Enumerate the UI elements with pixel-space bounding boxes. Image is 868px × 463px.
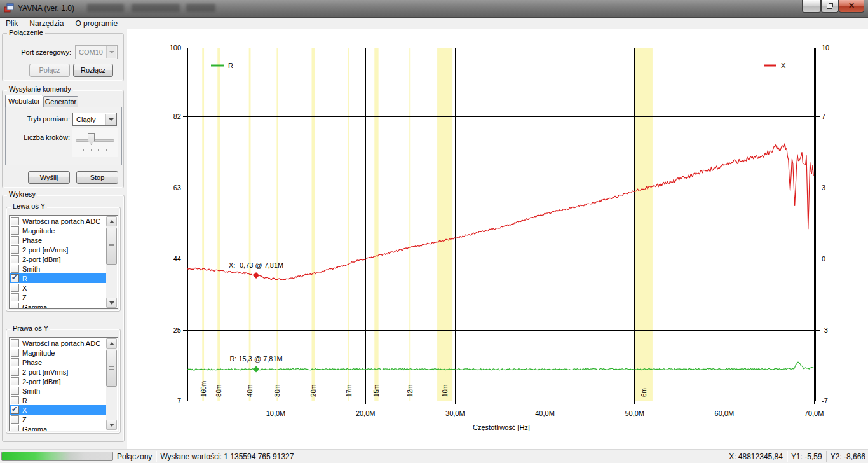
serial-port-label: Port szeregowy:	[6, 48, 71, 56]
list-item-label: Wartości na portach ADC	[22, 218, 100, 225]
statusbar-divider	[826, 451, 827, 462]
list-item-warto-ci-na-portach-adc[interactable]: Wartości na portach ADC	[10, 216, 106, 226]
checkbox-icon[interactable]	[11, 265, 19, 273]
status-bar: Połączony Wysłane wartości: 1 135594 765…	[0, 449, 868, 463]
left-tick-label: 63	[173, 184, 181, 191]
menu-narzedzia[interactable]: Narzędzia	[24, 18, 69, 29]
chevron-down-icon	[105, 114, 116, 125]
send-button[interactable]: Wyślij	[28, 171, 70, 184]
checkbox-icon[interactable]	[11, 217, 19, 225]
list-item-2-port-mvrms-[interactable]: 2-port [mVrms]	[10, 245, 106, 254]
scroll-down-icon[interactable]	[106, 298, 117, 308]
x-tick-label: 70,0M	[804, 410, 824, 417]
list-item-z[interactable]: Z	[10, 415, 106, 424]
checkbox-icon[interactable]	[11, 387, 19, 395]
connect-button[interactable]: Połącz	[29, 64, 70, 77]
frequency-chart: 160m80m40m30m20m17m15m12m10m6m1001082763…	[127, 29, 868, 449]
measure-mode-select[interactable]: Ciągły	[72, 113, 117, 126]
right-tick-label: 10	[822, 44, 829, 52]
scroll-up-icon[interactable]	[106, 338, 117, 349]
list-item-phase[interactable]: Phase	[10, 235, 106, 245]
restore-button[interactable]	[821, 0, 839, 13]
list-item-smith[interactable]: Smith	[10, 386, 106, 396]
list-item-2-port-dbm-[interactable]: 2-port [dBm]	[10, 377, 106, 386]
slider-groove	[76, 139, 114, 142]
checkbox-icon[interactable]	[11, 349, 19, 357]
list-item-label: R	[22, 397, 27, 404]
sent-values: Wysłane wartości: 1 135594 765 91327	[160, 452, 294, 461]
list-item-magnitude[interactable]: Magnitude	[10, 226, 106, 235]
checkbox-icon[interactable]	[11, 226, 19, 235]
left-listbox-scrollbar[interactable]	[106, 216, 117, 308]
checkbox-icon[interactable]	[11, 236, 19, 244]
list-item-smith[interactable]: Smith	[10, 264, 106, 273]
minimize-button[interactable]: —	[802, 0, 821, 13]
checkbox-checked-icon[interactable]	[11, 406, 19, 414]
title-bar: YAVNA (ver. 1.0) — ✕	[0, 0, 868, 18]
list-item-label: Gamma	[22, 425, 47, 432]
left-tick-label: 7	[177, 397, 181, 404]
cursor-x-value: X: 48812345,84	[729, 452, 783, 461]
list-item-warto-ci-na-portach-adc[interactable]: Wartości na portach ADC	[10, 338, 106, 348]
list-item-magnitude[interactable]: Magnitude	[10, 348, 106, 357]
scroll-up-icon[interactable]	[106, 216, 117, 226]
tab-generator[interactable]: Generator	[43, 96, 78, 107]
stop-button[interactable]: Stop	[76, 171, 118, 184]
checkbox-icon[interactable]	[11, 255, 19, 263]
checkbox-icon[interactable]	[11, 339, 19, 347]
disconnect-button[interactable]: Rozłącz	[73, 64, 113, 77]
progress-bar-fill	[2, 452, 112, 460]
scroll-down-icon[interactable]	[106, 420, 117, 430]
scrollbar-thumb[interactable]	[106, 350, 117, 387]
list-item-label: Wartości na portach ADC	[22, 340, 100, 347]
x-tick-label: 20,0M	[356, 410, 376, 417]
plot-area[interactable]	[187, 48, 815, 401]
cursor-y1-value: Y1: -5,59	[791, 452, 822, 461]
checkbox-icon[interactable]	[11, 368, 19, 376]
checkbox-icon[interactable]	[11, 425, 19, 431]
list-item-r[interactable]: R	[10, 273, 106, 283]
menu-o-programie[interactable]: O programie	[69, 18, 123, 29]
charts-group-label: Wykresy	[7, 190, 37, 198]
connection-status: Połączony	[117, 452, 152, 461]
list-item-z[interactable]: Z	[10, 293, 106, 302]
checkbox-icon[interactable]	[11, 245, 19, 254]
checkbox-checked-icon[interactable]	[11, 274, 19, 282]
checkbox-icon[interactable]	[11, 358, 19, 366]
list-item-label: Magnitude	[22, 227, 55, 235]
slider-thumb[interactable]	[88, 133, 95, 145]
close-button[interactable]: ✕	[839, 0, 864, 13]
chevron-down-icon	[106, 46, 116, 58]
list-item-label: Phase	[22, 237, 42, 244]
list-item-x[interactable]: X	[10, 283, 106, 293]
scrollbar-thumb[interactable]	[106, 228, 117, 265]
list-item-phase[interactable]: Phase	[10, 357, 106, 367]
x-axis-title: Częstotliwość [Hz]	[473, 424, 530, 431]
checkbox-icon[interactable]	[11, 293, 19, 301]
left-tick-label: 25	[173, 326, 181, 334]
left-tick-label: 44	[173, 255, 181, 263]
list-item-2-port-mvrms-[interactable]: 2-port [mVrms]	[10, 367, 106, 377]
list-item-2-port-dbm-[interactable]: 2-port [dBm]	[10, 254, 106, 264]
menu-plik[interactable]: Plik	[0, 18, 24, 29]
progress-bar	[1, 452, 113, 461]
steps-slider[interactable]	[72, 128, 118, 157]
checkbox-icon[interactable]	[11, 303, 19, 309]
tab-wobulator[interactable]: Wobulator	[5, 95, 43, 107]
checkbox-icon[interactable]	[11, 396, 19, 404]
list-item-r[interactable]: R	[10, 396, 106, 405]
checkbox-icon[interactable]	[11, 284, 19, 292]
checkbox-icon[interactable]	[11, 377, 19, 385]
checkbox-icon[interactable]	[11, 415, 19, 424]
right-listbox-scrollbar[interactable]	[106, 338, 117, 430]
list-item-gamma[interactable]: Gamma	[10, 424, 106, 431]
serial-port-select[interactable]: COM10	[75, 45, 118, 59]
measure-mode-label: Tryb pomiaru:	[13, 115, 70, 123]
list-item-label: R	[22, 275, 27, 282]
right-axis-group-label: Prawa oś Y	[11, 324, 50, 332]
list-item-gamma[interactable]: Gamma	[10, 302, 106, 309]
x-tick-label: 40,0M	[535, 410, 555, 417]
x-tick-label: 50,0M	[625, 410, 644, 417]
list-item-x[interactable]: X	[10, 405, 106, 415]
serial-port-value: COM10	[79, 48, 103, 56]
